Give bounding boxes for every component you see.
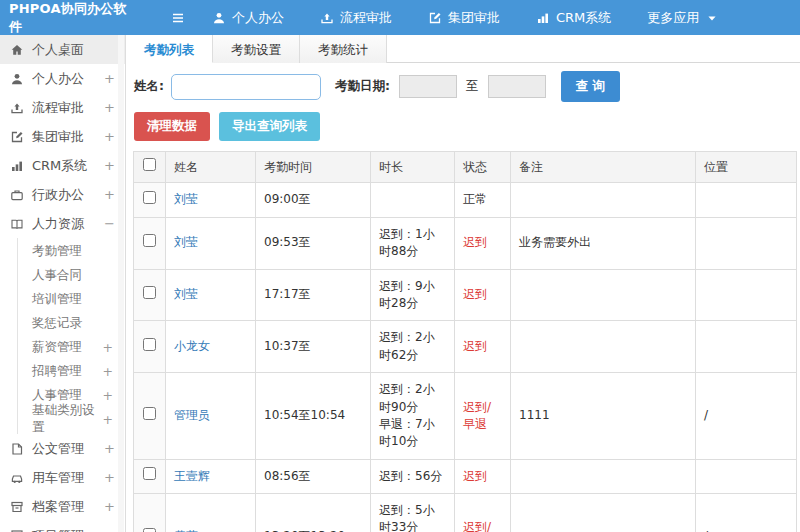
duration-line-1: 迟到：9小时28分 — [379, 278, 446, 313]
attendance-time-cell: 10:54至10:54 — [256, 373, 371, 460]
note-cell — [511, 494, 696, 532]
sidebar-item-label: 公文管理 — [32, 440, 84, 458]
sidebar-item-3[interactable]: 集团审批+ — [0, 122, 125, 151]
expand-toggle-icon[interactable]: − — [104, 216, 117, 231]
sidebar-item-8[interactable]: 用车管理+ — [0, 463, 125, 492]
column-header-5: 位置 — [696, 152, 797, 183]
nav-item-2[interactable]: 集团审批 — [428, 9, 500, 27]
note-cell — [511, 183, 696, 217]
to-label: 至 — [466, 78, 479, 95]
note-cell: 1111 — [511, 373, 696, 460]
archive-icon — [10, 500, 24, 514]
sidebar-scrollbar[interactable] — [118, 35, 124, 532]
sidebar-subitem-label: 基础类别设置 — [32, 402, 103, 436]
expand-toggle-icon[interactable]: + — [104, 499, 117, 514]
row-checkbox[interactable] — [143, 286, 156, 299]
attendance-time-cell: 17:17至 — [256, 269, 371, 321]
nav-item-label: 更多应用 — [647, 9, 699, 27]
menu-toggle-icon[interactable] — [170, 11, 186, 25]
export-list-button[interactable]: 导出查询列表 — [219, 112, 320, 141]
sidebar-item-label: 行政办公 — [32, 186, 84, 204]
date-to-input[interactable] — [488, 75, 546, 98]
action-bar: 清理数据 导出查询列表 — [126, 109, 800, 151]
workflow-icon — [320, 11, 334, 25]
duration-cell: 迟到：2小时90分早退：7小时10分 — [371, 373, 455, 460]
user-icon — [10, 72, 24, 86]
filter-bar: 姓名: 考勤日期: 至 查 询 — [126, 63, 800, 109]
row-checkbox[interactable] — [143, 467, 156, 480]
duration-cell — [371, 183, 455, 217]
sidebar-item-label: 用车管理 — [32, 469, 84, 487]
date-from-input[interactable] — [399, 75, 457, 98]
search-button[interactable]: 查 询 — [561, 71, 620, 102]
select-all-checkbox[interactable] — [143, 158, 156, 171]
sidebar-item-label: 集团审批 — [32, 128, 84, 146]
employee-name-link[interactable]: 刘莹 — [174, 235, 198, 249]
sidebar-subitem-2[interactable]: 培训管理 — [18, 287, 125, 311]
name-label: 姓名: — [134, 78, 164, 95]
tab-0[interactable]: 考勤列表 — [126, 35, 213, 63]
sidebar-subitem-label: 奖惩记录 — [32, 315, 82, 332]
employee-name-link[interactable]: 王壹辉 — [174, 469, 210, 483]
sidebar-subitem-label: 人事合同 — [32, 267, 82, 284]
sidebar-subitem-5[interactable]: 招聘管理+ — [18, 359, 125, 383]
location-cell — [696, 459, 797, 493]
sidebar-item-10[interactable]: 项目管理+ — [0, 521, 125, 532]
employee-name-link[interactable]: 刘莹 — [174, 192, 198, 206]
sidebar-item-0[interactable]: 个人桌面 — [0, 35, 125, 64]
expand-toggle-icon[interactable]: + — [104, 100, 117, 115]
tab-2[interactable]: 考勤统计 — [300, 35, 387, 63]
nav-item-0[interactable]: 个人办公 — [212, 9, 284, 27]
row-checkbox[interactable] — [143, 234, 156, 247]
expand-toggle-icon[interactable]: + — [104, 129, 117, 144]
sidebar-subitem-0[interactable]: 考勤管理 — [18, 239, 125, 263]
nav-item-3[interactable]: CRM系统 — [536, 9, 611, 27]
workflow-icon — [10, 101, 24, 115]
sidebar-item-1[interactable]: 个人办公+ — [0, 64, 125, 93]
chart-icon — [10, 159, 24, 173]
duration-cell: 迟到：9小时28分 — [371, 269, 455, 321]
sidebar-item-5[interactable]: 行政办公+ — [0, 180, 125, 209]
brand-logo[interactable]: PHPOA协同办公软件 — [0, 0, 138, 36]
sidebar-item-6[interactable]: 人力资源− — [0, 209, 125, 238]
status-cell: 迟到 — [455, 217, 511, 269]
sidebar-subitem-1[interactable]: 人事合同 — [18, 263, 125, 287]
sidebar-subitem-7[interactable]: 基础类别设置+ — [18, 407, 125, 431]
sidebar-subitem-3[interactable]: 奖惩记录 — [18, 311, 125, 335]
note-cell: 业务需要外出 — [511, 217, 696, 269]
nav-item-1[interactable]: 流程审批 — [320, 9, 392, 27]
expand-toggle-icon[interactable]: + — [104, 187, 117, 202]
sidebar-item-2[interactable]: 流程审批+ — [0, 93, 125, 122]
clean-data-button[interactable]: 清理数据 — [134, 112, 210, 141]
row-checkbox[interactable] — [143, 191, 156, 204]
sidebar-item-4[interactable]: CRM系统+ — [0, 151, 125, 180]
nav-item-4[interactable]: 更多应用 — [647, 9, 719, 27]
expand-toggle-icon[interactable]: + — [104, 158, 117, 173]
location-cell — [696, 183, 797, 217]
sidebar-item-9[interactable]: 档案管理+ — [0, 492, 125, 521]
tab-1[interactable]: 考勤设置 — [213, 35, 300, 63]
briefcase-icon — [10, 188, 24, 202]
duration-cell: 迟到：56分 — [371, 459, 455, 493]
duration-cell: 迟到：5小时33分早退：4小时67分 — [371, 494, 455, 532]
employee-name-link[interactable]: 管理员 — [174, 408, 210, 422]
expand-toggle-icon[interactable]: + — [104, 470, 117, 485]
sidebar-subitem-4[interactable]: 薪资管理+ — [18, 335, 125, 359]
row-checkbox[interactable] — [143, 407, 156, 420]
employee-name-link[interactable]: 小龙女 — [174, 339, 210, 353]
employee-name-link[interactable]: 刘莹 — [174, 287, 198, 301]
edit-icon — [428, 11, 442, 25]
top-header: PHPOA协同办公软件 个人办公流程审批集团审批CRM系统更多应用 — [0, 0, 800, 35]
expand-toggle-icon[interactable]: + — [104, 441, 117, 456]
table-row: 刘莹17:17至迟到：9小时28分迟到 — [134, 269, 797, 321]
expand-toggle-icon[interactable]: + — [104, 528, 117, 532]
name-input[interactable] — [171, 74, 321, 100]
column-header-0: 姓名 — [166, 152, 256, 183]
row-checkbox[interactable] — [143, 338, 156, 351]
row-checkbox[interactable] — [143, 528, 156, 532]
duration-cell: 迟到：1小时88分 — [371, 217, 455, 269]
expand-toggle-icon[interactable]: + — [104, 71, 117, 86]
table-header-row: 姓名考勤时间时长状态备注位置 — [134, 152, 797, 183]
sidebar-item-7[interactable]: 公文管理+ — [0, 434, 125, 463]
status-cell: 迟到/早退 — [455, 373, 511, 460]
